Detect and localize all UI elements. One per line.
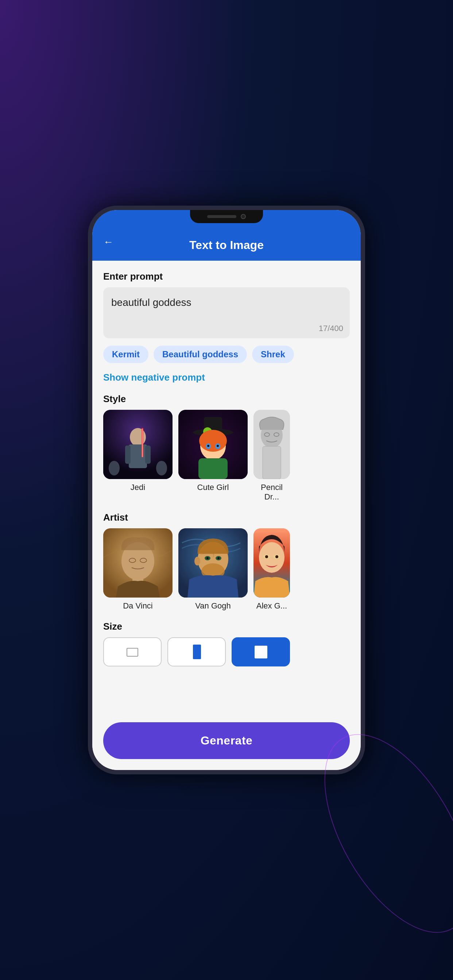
generate-button[interactable]: Generate	[103, 722, 350, 759]
svg-rect-19	[198, 458, 228, 479]
svg-point-17	[207, 445, 209, 447]
style-item-jedi[interactable]: Jedi	[103, 410, 172, 502]
svg-point-45	[275, 555, 278, 558]
generate-bar: Generate	[92, 715, 361, 770]
suggestion-chips: Kermit Beautiful goddess Shrek	[103, 345, 350, 363]
chip-beautiful-goddess[interactable]: Beautiful goddess	[153, 345, 247, 363]
svg-point-7	[109, 461, 120, 476]
svg-point-14	[199, 430, 227, 452]
size-grid	[103, 637, 350, 667]
svg-point-41	[259, 542, 284, 573]
svg-rect-6	[142, 429, 143, 457]
artist-img-davinci	[103, 528, 172, 598]
style-grid: Jedi	[103, 410, 350, 502]
style-name-jedi: Jedi	[131, 483, 145, 492]
artist-img-vangogh	[179, 528, 248, 598]
camera	[241, 214, 246, 219]
size-section: Size	[103, 621, 350, 667]
artist-item-vangogh[interactable]: Van Gogh	[179, 528, 248, 611]
artist-name-vangogh: Van Gogh	[195, 601, 231, 611]
artist-name-alexg: Alex G...	[257, 601, 287, 611]
svg-point-37	[206, 557, 209, 559]
size-item-3[interactable]	[231, 637, 290, 667]
style-item-cute-girl[interactable]: Cute Girl	[179, 410, 248, 502]
prompt-text: beautiful goddess	[111, 295, 342, 310]
style-img-pencil	[254, 410, 290, 479]
svg-point-38	[217, 557, 220, 559]
style-label: Style	[103, 393, 350, 405]
artist-grid: Da Vinci	[103, 528, 350, 611]
svg-rect-46	[127, 648, 138, 656]
style-img-jedi	[103, 410, 172, 479]
svg-point-39	[195, 557, 200, 565]
artist-img-alexg	[254, 528, 290, 598]
main-content: Enter prompt beautiful goddess 17/400 Ke…	[92, 261, 361, 715]
style-name-cute-girl: Cute Girl	[197, 483, 229, 492]
prompt-label: Enter prompt	[103, 271, 350, 282]
screen: ← Text to Image Enter prompt beautiful g…	[92, 210, 361, 770]
notch	[190, 210, 263, 223]
artist-name-davinci: Da Vinci	[123, 601, 153, 611]
svg-point-1	[130, 428, 146, 446]
artist-section: Artist	[103, 512, 350, 611]
style-section: Style	[103, 393, 350, 502]
svg-point-44	[265, 555, 268, 558]
svg-rect-2	[129, 444, 147, 468]
back-button[interactable]: ←	[103, 236, 113, 248]
size-item-1[interactable]	[103, 637, 161, 667]
svg-point-18	[217, 445, 219, 447]
style-img-cute-girl	[179, 410, 248, 479]
size-item-2[interactable]	[167, 637, 226, 667]
prompt-input-container[interactable]: beautiful goddess 17/400	[103, 287, 350, 338]
chip-kermit[interactable]: Kermit	[103, 345, 148, 363]
page-title: Text to Image	[189, 239, 264, 252]
phone-frame: ← Text to Image Enter prompt beautiful g…	[88, 205, 365, 775]
speaker	[207, 215, 236, 218]
svg-rect-48	[255, 646, 267, 659]
style-name-pencil: Pencil Dr...	[254, 483, 290, 502]
svg-rect-24	[263, 446, 281, 479]
char-count: 17/400	[319, 324, 343, 333]
svg-rect-4	[145, 445, 151, 464]
svg-point-8	[156, 461, 167, 476]
style-item-pencil[interactable]: Pencil Dr...	[254, 410, 290, 502]
artist-item-davinci[interactable]: Da Vinci	[103, 528, 172, 611]
artist-item-alexg[interactable]: Alex G...	[254, 528, 290, 611]
artist-label: Artist	[103, 512, 350, 523]
size-label: Size	[103, 621, 350, 632]
svg-rect-47	[193, 644, 201, 659]
chip-shrek[interactable]: Shrek	[252, 345, 294, 363]
show-negative-prompt[interactable]: Show negative prompt	[103, 372, 205, 383]
svg-rect-3	[125, 445, 131, 464]
